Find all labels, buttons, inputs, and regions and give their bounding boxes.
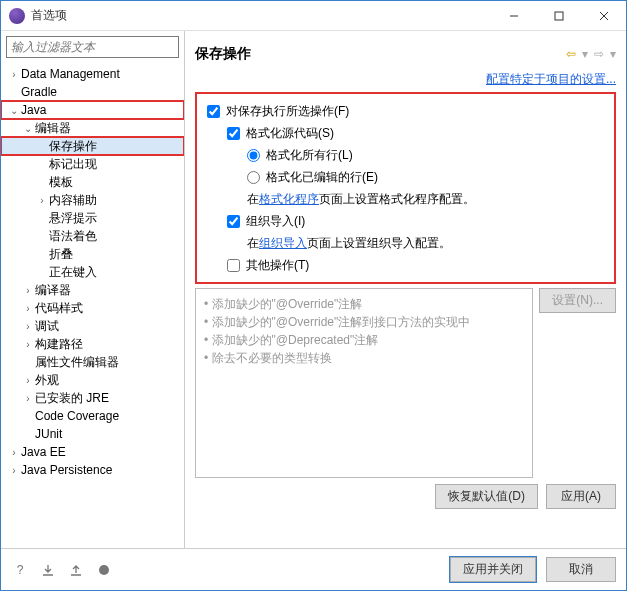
tree-item-content-assist[interactable]: ›内容辅助 xyxy=(1,191,184,209)
apply-and-close-button[interactable]: 应用并关闭 xyxy=(450,557,536,582)
configure-button[interactable]: 设置(N)... xyxy=(539,288,616,313)
left-pane: ›Data Management Gradle ⌄Java ⌄编辑器 保存操作 … xyxy=(1,31,185,548)
perform-on-save-label: 对保存执行所选操作(F) xyxy=(226,103,349,120)
tree-item-folding[interactable]: 折叠 xyxy=(1,245,184,263)
close-button[interactable] xyxy=(581,1,626,30)
format-source-label: 格式化源代码(S) xyxy=(246,125,334,142)
other-actions-checkbox[interactable] xyxy=(227,259,240,272)
filter-box xyxy=(6,36,179,58)
tree-item-typing[interactable]: 正在键入 xyxy=(1,263,184,281)
perform-on-save-checkbox[interactable] xyxy=(207,105,220,118)
app-icon xyxy=(9,8,25,24)
help-icon[interactable]: ? xyxy=(11,561,29,579)
tree-item-templates[interactable]: 模板 xyxy=(1,173,184,191)
list-item: • 添加缺少的"@Override"注解到接口方法的实现中 xyxy=(204,313,524,331)
dropdown-icon[interactable]: ▾ xyxy=(582,47,588,61)
tree-item-compiler[interactable]: ›编译器 xyxy=(1,281,184,299)
nav-forward-icon[interactable]: ⇨ xyxy=(594,47,604,61)
tree-item-debug[interactable]: ›调试 xyxy=(1,317,184,335)
minimize-button[interactable] xyxy=(491,1,536,30)
tree-item-syntax-coloring[interactable]: 语法着色 xyxy=(1,227,184,245)
maximize-button[interactable] xyxy=(536,1,581,30)
organize-note: 在组织导入页面上设置组织导入配置。 xyxy=(247,235,451,252)
window-title: 首选项 xyxy=(31,7,491,24)
tree-item-java-ee[interactable]: ›Java EE xyxy=(1,443,184,461)
formatter-note: 在格式化程序页面上设置格式化程序配置。 xyxy=(247,191,475,208)
tree-item-data-management[interactable]: ›Data Management xyxy=(1,65,184,83)
tree-item-java-persistence[interactable]: ›Java Persistence xyxy=(1,461,184,479)
tree-item-appearance[interactable]: ›外观 xyxy=(1,371,184,389)
footer: ? 应用并关闭 取消 xyxy=(1,548,626,590)
tree-item-java[interactable]: ⌄Java xyxy=(1,101,184,119)
tree-item-gradle[interactable]: Gradle xyxy=(1,83,184,101)
nav-arrows: ⇦▾ ⇨▾ xyxy=(566,47,616,61)
filter-input[interactable] xyxy=(7,37,178,57)
additional-actions-list: • 添加缺少的"@Override"注解 • 添加缺少的"@Override"注… xyxy=(195,288,533,478)
organize-imports-checkbox[interactable] xyxy=(227,215,240,228)
tree-item-editor[interactable]: ⌄编辑器 xyxy=(1,119,184,137)
export-icon[interactable] xyxy=(67,561,85,579)
record-icon[interactable] xyxy=(95,561,113,579)
formatter-link[interactable]: 格式化程序 xyxy=(259,192,319,206)
format-all-radio[interactable] xyxy=(247,149,260,162)
tree-item-hovers[interactable]: 悬浮提示 xyxy=(1,209,184,227)
dropdown-icon[interactable]: ▾ xyxy=(610,47,616,61)
tree-item-code-style[interactable]: ›代码样式 xyxy=(1,299,184,317)
tree-item-properties-editor[interactable]: 属性文件编辑器 xyxy=(1,353,184,371)
format-all-label: 格式化所有行(L) xyxy=(266,147,353,164)
options-group: 对保存执行所选操作(F) 格式化源代码(S) 格式化所有行(L) 格式化已编辑的… xyxy=(195,92,616,284)
other-actions-label: 其他操作(T) xyxy=(246,257,309,274)
format-edited-radio[interactable] xyxy=(247,171,260,184)
cancel-button[interactable]: 取消 xyxy=(546,557,616,582)
tree-item-code-coverage[interactable]: Code Coverage xyxy=(1,407,184,425)
apply-button[interactable]: 应用(A) xyxy=(546,484,616,509)
list-item: • 添加缺少的"@Override"注解 xyxy=(204,295,524,313)
organize-imports-link[interactable]: 组织导入 xyxy=(259,236,307,250)
restore-defaults-button[interactable]: 恢复默认值(D) xyxy=(435,484,538,509)
tree-item-save-actions[interactable]: 保存操作 xyxy=(1,137,184,155)
project-settings-link[interactable]: 配置特定于项目的设置... xyxy=(486,72,616,86)
title-bar: 首选项 xyxy=(1,1,626,31)
format-source-checkbox[interactable] xyxy=(227,127,240,140)
tree-item-installed-jre[interactable]: ›已安装的 JRE xyxy=(1,389,184,407)
svg-rect-1 xyxy=(555,12,563,20)
preference-tree[interactable]: ›Data Management Gradle ⌄Java ⌄编辑器 保存操作 … xyxy=(1,63,184,548)
format-edited-label: 格式化已编辑的行(E) xyxy=(266,169,378,186)
right-pane: 保存操作 ⇦▾ ⇨▾ 配置特定于项目的设置... 对保存执行所选操作(F) 格式… xyxy=(185,31,626,548)
tree-item-junit[interactable]: JUnit xyxy=(1,425,184,443)
tree-item-build-path[interactable]: ›构建路径 xyxy=(1,335,184,353)
import-icon[interactable] xyxy=(39,561,57,579)
nav-back-icon[interactable]: ⇦ xyxy=(566,47,576,61)
svg-point-4 xyxy=(99,565,109,575)
list-item: • 除去不必要的类型转换 xyxy=(204,349,524,367)
organize-imports-label: 组织导入(I) xyxy=(246,213,305,230)
page-title: 保存操作 xyxy=(195,45,566,63)
list-item: • 添加缺少的"@Deprecated"注解 xyxy=(204,331,524,349)
tree-item-mark-occurrences[interactable]: 标记出现 xyxy=(1,155,184,173)
